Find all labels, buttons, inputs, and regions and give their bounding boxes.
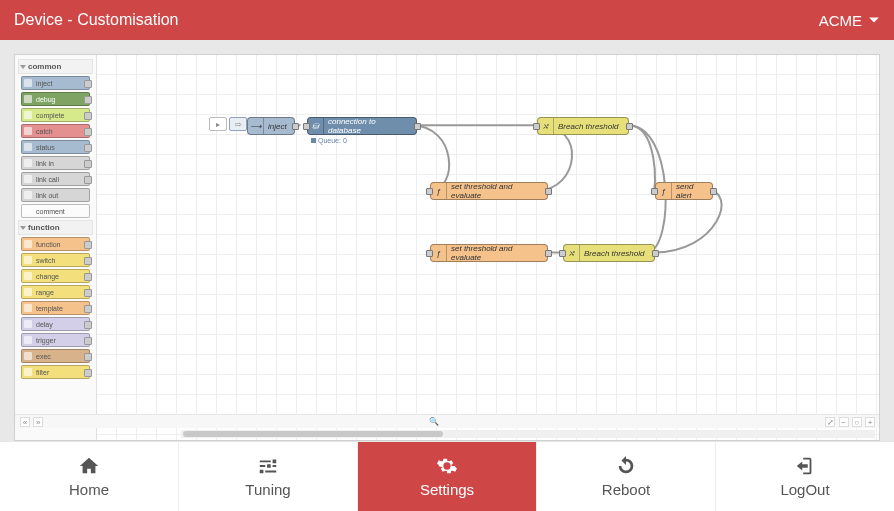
nav-collapse-button[interactable]: « — [20, 417, 30, 427]
palette-item-catch[interactable]: catch — [21, 124, 90, 138]
palette-item-label: debug — [36, 96, 55, 103]
palette-item-status[interactable]: status — [21, 140, 90, 154]
node-label: connection to database — [328, 117, 410, 135]
palette-item-switch[interactable]: switch — [21, 253, 90, 267]
port-out[interactable] — [652, 250, 659, 257]
palette-item-label: comment — [36, 208, 65, 215]
node-label: set threshold and evaluate — [451, 182, 541, 200]
palette-item-label: catch — [36, 128, 53, 135]
palette-item-debug[interactable]: debug — [21, 92, 90, 106]
search-icon[interactable]: 🔍 — [429, 417, 439, 426]
palette-item-label: template — [36, 305, 63, 312]
port-out[interactable] — [626, 123, 633, 130]
palette-item-trigger[interactable]: trigger — [21, 333, 90, 347]
palette-item-label: filter — [36, 369, 49, 376]
palette-item-label: link out — [36, 192, 58, 199]
node-set-threshold-evaluate-1[interactable]: ƒ set threshold and evaluate — [430, 182, 548, 200]
palette-group-function[interactable]: function — [18, 220, 93, 235]
function-icon: ƒ — [656, 183, 672, 199]
port-out[interactable] — [292, 123, 299, 130]
chevron-down-icon — [868, 14, 880, 26]
node-palette[interactable]: commoninjectdebugcompletecatchstatuslink… — [15, 55, 97, 440]
inject-trigger-button-alt[interactable]: ⇨ — [229, 117, 247, 131]
inject-icon: ⟶ — [248, 118, 264, 134]
node-inject[interactable]: ⟶ inject — [247, 117, 295, 135]
port-in[interactable] — [533, 123, 540, 130]
palette-item-label: complete — [36, 112, 64, 119]
palette-item-link-in[interactable]: link in — [21, 156, 90, 170]
nav-logout[interactable]: LogOut — [716, 442, 894, 511]
port-out[interactable] — [710, 188, 717, 195]
node-connection-database[interactable]: ⛁ connection to database — [307, 117, 417, 135]
org-selector[interactable]: ACME — [819, 12, 880, 29]
nav-reboot[interactable]: Reboot — [537, 442, 716, 511]
nav-label: Settings — [420, 481, 474, 498]
nav-tuning[interactable]: Tuning — [179, 442, 358, 511]
palette-item-range[interactable]: range — [21, 285, 90, 299]
palette-item-inject[interactable]: inject — [21, 76, 90, 90]
editor-footer-right: ⤢ − ○ + — [824, 417, 875, 427]
nav-expand-button[interactable]: » — [33, 417, 43, 427]
palette-item-complete[interactable]: complete — [21, 108, 90, 122]
nav-settings[interactable]: Settings — [358, 442, 537, 511]
node-label: inject — [268, 122, 287, 131]
bottom-navigation: Home Tuning Settings Reboot LogOut — [0, 441, 894, 511]
flow-editor: commoninjectdebugcompletecatchstatuslink… — [14, 54, 880, 441]
editor-footer-left: « » — [19, 417, 43, 427]
header-bar: Device - Customisation ACME — [0, 0, 894, 40]
database-icon: ⛁ — [308, 118, 324, 134]
function-icon: ƒ — [431, 183, 447, 199]
nav-label: Home — [69, 481, 109, 498]
scrollbar-thumb[interactable] — [183, 431, 443, 437]
node-breach-threshold-2[interactable]: ⤭ Breach threshold — [563, 244, 655, 262]
port-out[interactable] — [414, 123, 421, 130]
nav-label: Tuning — [245, 481, 290, 498]
inject-trigger-button[interactable]: ▸ — [209, 117, 227, 131]
palette-item-link-call[interactable]: link call — [21, 172, 90, 186]
palette-item-label: status — [36, 144, 55, 151]
port-out[interactable] — [545, 250, 552, 257]
palette-item-label: link call — [36, 176, 59, 183]
page-title: Device - Customisation — [14, 11, 179, 29]
palette-item-label: change — [36, 273, 59, 280]
palette-item-label: inject — [36, 80, 52, 87]
zoom-out-button[interactable]: − — [839, 417, 849, 427]
palette-group-common[interactable]: common — [18, 59, 93, 74]
port-in[interactable] — [651, 188, 658, 195]
port-in[interactable] — [426, 188, 433, 195]
zoom-reset-button[interactable]: ○ — [852, 417, 862, 427]
logout-icon — [794, 455, 816, 477]
home-icon — [78, 455, 100, 477]
flow-canvas[interactable]: ▸ ⇨ ⟶ inject ⛁ connection to database Qu… — [97, 55, 879, 440]
palette-item-template[interactable]: template — [21, 301, 90, 315]
sliders-icon — [257, 455, 279, 477]
node-set-threshold-evaluate-2[interactable]: ƒ set threshold and evaluate — [430, 244, 548, 262]
palette-item-function[interactable]: function — [21, 237, 90, 251]
zoom-fit-button[interactable]: ⤢ — [825, 417, 835, 427]
palette-item-label: delay — [36, 321, 53, 328]
palette-item-label: range — [36, 289, 54, 296]
palette-item-change[interactable]: change — [21, 269, 90, 283]
palette-item-delay[interactable]: delay — [21, 317, 90, 331]
node-breach-threshold-1[interactable]: ⤭ Breach threshold — [537, 117, 629, 135]
port-in[interactable] — [559, 250, 566, 257]
function-icon: ƒ — [431, 245, 447, 261]
palette-item-filter[interactable]: filter — [21, 365, 90, 379]
port-in[interactable] — [426, 250, 433, 257]
palette-item-exec[interactable]: exec — [21, 349, 90, 363]
palette-item-label: trigger — [36, 337, 56, 344]
palette-item-label: link in — [36, 160, 54, 167]
canvas-horizontal-scrollbar[interactable] — [181, 430, 875, 438]
zoom-in-button[interactable]: + — [865, 417, 875, 427]
node-send-alert[interactable]: ƒ send alert — [655, 182, 713, 200]
nav-label: LogOut — [780, 481, 829, 498]
refresh-icon — [615, 455, 637, 477]
palette-item-comment[interactable]: comment — [21, 204, 90, 218]
palette-item-link-out[interactable]: link out — [21, 188, 90, 202]
nav-home[interactable]: Home — [0, 442, 179, 511]
port-out[interactable] — [545, 188, 552, 195]
palette-item-label: switch — [36, 257, 55, 264]
switch-icon: ⤭ — [538, 118, 554, 134]
nav-label: Reboot — [602, 481, 650, 498]
port-in[interactable] — [303, 123, 310, 130]
